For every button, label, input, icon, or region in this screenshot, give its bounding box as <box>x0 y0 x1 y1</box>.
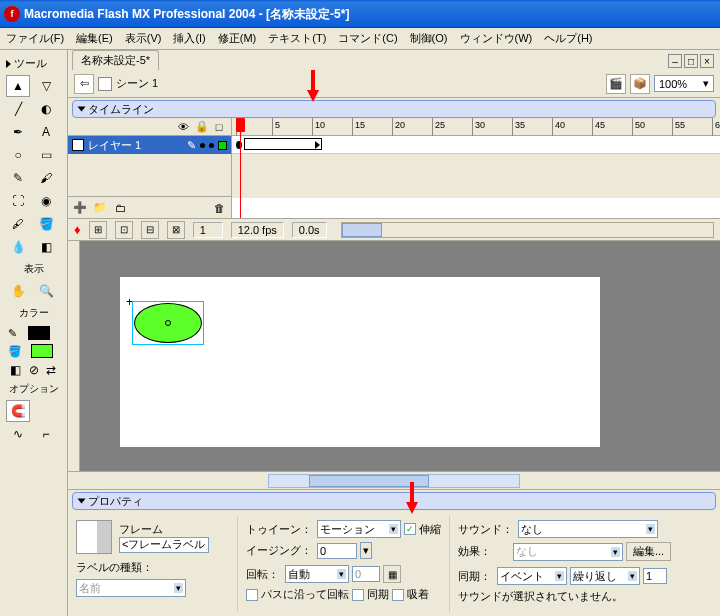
menu-edit[interactable]: 編集(E) <box>76 31 113 46</box>
zoom-select[interactable]: 100%▾ <box>654 75 714 92</box>
frame-type-label: フレーム <box>119 522 209 537</box>
hand-tool[interactable]: ✋ <box>6 280 30 302</box>
timeline-panel: タイムライン 👁 🔒 □ レイヤー 1 ✎ <box>68 98 720 241</box>
repeat-select[interactable]: 繰り返し▾ <box>570 567 640 585</box>
menu-window[interactable]: ウィンドウ(W) <box>460 31 533 46</box>
lasso-tool[interactable]: ◐ <box>34 98 58 120</box>
playhead-line <box>240 118 241 218</box>
smooth-option[interactable]: ∿ <box>6 423 30 445</box>
doc-close-btn[interactable]: × <box>700 54 714 68</box>
free-transform-tool[interactable]: ⛶ <box>6 190 30 212</box>
properties-header[interactable]: プロパティ <box>72 492 716 510</box>
menu-file[interactable]: ファイル(F) <box>6 31 64 46</box>
onion-skin-btn[interactable]: ⊡ <box>115 221 133 239</box>
frame-label-input[interactable] <box>119 537 209 553</box>
easing-label: イージング： <box>246 543 312 558</box>
brush-tool[interactable]: 🖌 <box>34 167 58 189</box>
frame-track[interactable] <box>232 136 720 154</box>
menu-text[interactable]: テキスト(T) <box>268 31 326 46</box>
layer-row[interactable]: レイヤー 1 ✎ <box>68 136 231 154</box>
tween-select[interactable]: モーション▾ <box>317 520 401 538</box>
sound-select[interactable]: なし▾ <box>518 520 658 538</box>
sync-label: 同期 <box>367 587 389 602</box>
document-tab[interactable]: 名称未設定-5* <box>72 50 159 70</box>
outline-icon[interactable]: □ <box>213 121 225 133</box>
pen-tool[interactable]: ✒ <box>6 121 30 143</box>
doc-minimize-btn[interactable]: – <box>668 54 682 68</box>
zoom-tool[interactable]: 🔍 <box>34 280 58 302</box>
selection-box[interactable] <box>132 301 204 345</box>
frame-ruler[interactable]: 1 5 10 15 20 25 30 35 40 45 50 55 60 <box>232 118 720 136</box>
timeline-header[interactable]: タイムライン <box>72 100 716 118</box>
edit-effect-btn[interactable]: 編集... <box>626 542 671 561</box>
menu-modify[interactable]: 修正(M) <box>218 31 257 46</box>
line-tool[interactable]: ╱ <box>6 98 30 120</box>
rotate-select[interactable]: 自動▾ <box>285 565 349 583</box>
edit-multi-btn[interactable]: ⊠ <box>167 221 185 239</box>
menu-insert[interactable]: 挿入(I) <box>173 31 205 46</box>
stage-hscrollbar[interactable] <box>68 471 720 489</box>
scene-breadcrumb[interactable]: シーン 1 <box>98 76 158 91</box>
orient-path-checkbox[interactable] <box>246 589 258 601</box>
text-tool[interactable]: A <box>34 121 58 143</box>
add-folder-btn[interactable]: 🗀 <box>112 200 128 216</box>
elapsed-time: 0.0s <box>292 222 327 238</box>
layer-columns-header: 👁 🔒 □ <box>68 118 231 136</box>
stroke-color[interactable] <box>28 326 50 340</box>
onion-outline-btn[interactable]: ⊟ <box>141 221 159 239</box>
edit-symbol-btn[interactable]: 📦 <box>630 74 650 94</box>
rotate-opts-btn[interactable]: ▦ <box>383 565 401 583</box>
fill-icon: 🪣 <box>8 345 22 358</box>
bw-color-btn[interactable]: ◧ <box>8 362 24 378</box>
timeline-frames[interactable]: 1 5 10 15 20 25 30 35 40 45 50 55 60 <box>232 118 720 218</box>
effect-label: 効果： <box>458 544 508 559</box>
workspace: 名称未設定-5* – □ × ⇦ シーン 1 🎬 📦 100%▾ タイムライン <box>68 50 720 616</box>
sync-checkbox[interactable] <box>352 589 364 601</box>
add-layer-btn[interactable]: ➕ <box>72 200 88 216</box>
no-color-btn[interactable]: ⊘ <box>26 362 42 378</box>
easing-input[interactable] <box>317 543 357 559</box>
repeat-count-input[interactable] <box>643 568 667 584</box>
center-frame-btn[interactable]: ⊞ <box>89 221 107 239</box>
straighten-option[interactable]: ⌐ <box>34 423 58 445</box>
swap-color-btn[interactable]: ⇄ <box>43 362 59 378</box>
timeline-status: ♦ ⊞ ⊡ ⊟ ⊠ 1 12.0 fps 0.0s <box>68 218 720 240</box>
doc-restore-btn[interactable]: □ <box>684 54 698 68</box>
scene-label: シーン 1 <box>116 76 158 91</box>
app-icon: f <box>4 6 20 22</box>
edit-scene-btn[interactable]: 🎬 <box>606 74 626 94</box>
oval-tool[interactable]: ○ <box>6 144 30 166</box>
timeline-scrollbar[interactable] <box>341 222 714 238</box>
sync-event-select[interactable]: イベント▾ <box>497 567 567 585</box>
snap-option[interactable]: 🧲 <box>6 400 30 422</box>
playhead[interactable] <box>236 118 245 132</box>
rotate-count-input[interactable] <box>352 566 380 582</box>
menu-command[interactable]: コマンド(C) <box>338 31 397 46</box>
lock-icon[interactable]: 🔒 <box>195 120 207 133</box>
menu-view[interactable]: 表示(V) <box>125 31 162 46</box>
snap-checkbox[interactable] <box>392 589 404 601</box>
pencil-tool[interactable]: ✎ <box>6 167 30 189</box>
menu-control[interactable]: 制御(O) <box>410 31 448 46</box>
stage-canvas[interactable]: + <box>120 277 600 447</box>
fill-transform-tool[interactable]: ◉ <box>34 190 58 212</box>
add-guide-btn[interactable]: 📁 <box>92 200 108 216</box>
eyedropper-tool[interactable]: 💧 <box>6 236 30 258</box>
rect-tool[interactable]: ▭ <box>34 144 58 166</box>
delete-layer-btn[interactable]: 🗑 <box>211 200 227 216</box>
menu-help[interactable]: ヘルプ(H) <box>544 31 592 46</box>
layer-name: レイヤー 1 <box>88 138 141 153</box>
snap-label: 吸着 <box>407 587 429 602</box>
fill-color[interactable] <box>31 344 53 358</box>
easing-stepper[interactable]: ▾ <box>360 542 372 559</box>
selection-tool[interactable]: ▲ <box>6 75 30 97</box>
back-btn[interactable]: ⇦ <box>74 74 94 94</box>
scale-checkbox[interactable]: ✓ <box>404 523 416 535</box>
eraser-tool[interactable]: ◧ <box>34 236 58 258</box>
ink-tool[interactable]: 🖋 <box>6 213 30 235</box>
stage-area[interactable]: + <box>80 241 720 471</box>
subselect-tool[interactable]: ▽ <box>34 75 58 97</box>
label-type-select[interactable]: 名前▾ <box>76 579 186 597</box>
eye-icon[interactable]: 👁 <box>177 121 189 133</box>
paint-bucket-tool[interactable]: 🪣 <box>34 213 58 235</box>
